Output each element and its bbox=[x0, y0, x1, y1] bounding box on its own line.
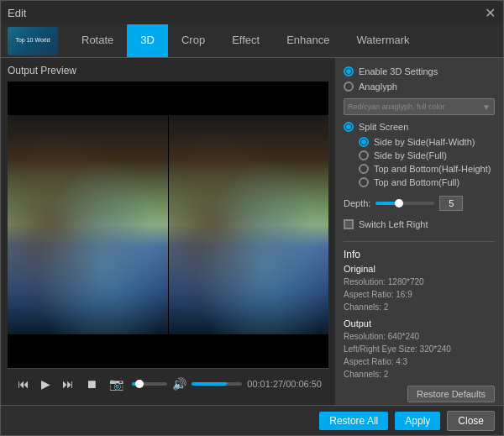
anaglyph-dropdown[interactable]: Red/cyan anaglyph, full color ▼ bbox=[344, 98, 495, 115]
bottom-bar: Restore All Apply Close bbox=[1, 405, 503, 435]
split-screen-radio[interactable] bbox=[344, 122, 354, 132]
play-button[interactable]: ▶ bbox=[38, 376, 54, 392]
tab-enhance[interactable]: Enhance bbox=[273, 24, 343, 57]
output-resolution: Resolution: 640*240 bbox=[344, 330, 495, 343]
tab-rotate[interactable]: Rotate bbox=[68, 24, 127, 57]
tab-bar: Top 10 World Rotate 3D Crop Effect Enhan… bbox=[1, 24, 503, 58]
thumbnail-label: Top 10 World bbox=[15, 37, 50, 44]
switch-lr-checkbox[interactable] bbox=[344, 219, 354, 229]
time-display: 00:01:27/00:06:50 bbox=[247, 379, 322, 389]
side-by-side-full-row[interactable]: Side by Side(Full) bbox=[359, 150, 495, 160]
top-bottom-half-label: Top and Bottom(Half-Height) bbox=[374, 164, 491, 174]
capture-button[interactable]: 📷 bbox=[106, 376, 127, 392]
tab-rotate-label: Rotate bbox=[81, 34, 113, 46]
anaglyph-label: Anaglyph bbox=[359, 81, 397, 92]
video-right-content bbox=[169, 115, 329, 334]
side-by-side-half-radio[interactable] bbox=[359, 137, 369, 147]
video-bottom-black bbox=[8, 334, 328, 368]
tab-effect-label: Effect bbox=[232, 34, 260, 46]
progress-thumb bbox=[135, 380, 144, 388]
video-frame bbox=[8, 81, 328, 368]
video-thumbnail: Top 10 World bbox=[8, 27, 58, 55]
tab-crop-label: Crop bbox=[181, 34, 205, 46]
skip-back-button[interactable]: ⏮ bbox=[14, 376, 33, 392]
depth-value[interactable]: 5 bbox=[439, 196, 463, 211]
video-top-black bbox=[8, 81, 328, 115]
progress-bar[interactable] bbox=[132, 382, 167, 386]
restore-defaults-button[interactable]: Restore Defaults bbox=[407, 386, 495, 402]
original-channels: Channels: 2 bbox=[344, 301, 495, 313]
switch-lr-label: Switch Left Right bbox=[359, 219, 428, 229]
controls-bar: ⏮ ▶ ⏭ ⏹ 📷 🔊 00:01:27/00:06:50 bbox=[8, 368, 328, 398]
top-bottom-full-label: Top and Bottom(Full) bbox=[374, 177, 459, 187]
apply-button[interactable]: Apply bbox=[395, 412, 440, 430]
title-bar: Edit ✕ bbox=[1, 1, 503, 24]
anaglyph-dropdown-row: Red/cyan anaglyph, full color ▼ bbox=[344, 98, 495, 115]
split-screen-row[interactable]: Split Screen bbox=[344, 122, 495, 132]
tab-watermark-label: Watermark bbox=[356, 34, 409, 46]
preview-label: Output Preview bbox=[8, 65, 328, 76]
tab-thumb-wrap: Top 10 World bbox=[8, 24, 68, 57]
window-close-button[interactable]: ✕ bbox=[483, 6, 496, 19]
depth-slider[interactable] bbox=[375, 202, 434, 205]
side-by-side-half-row[interactable]: Side by Side(Half-Width) bbox=[359, 137, 495, 147]
side-by-side-half-label: Side by Side(Half-Width) bbox=[374, 137, 475, 147]
depth-slider-thumb bbox=[395, 199, 403, 207]
anaglyph-row[interactable]: Anaglyph bbox=[344, 81, 495, 92]
window-title: Edit bbox=[8, 7, 26, 19]
restore-all-button[interactable]: Restore All bbox=[319, 412, 388, 430]
volume-fill bbox=[192, 382, 227, 386]
split-screen-options: Side by Side(Half-Width) Side by Side(Fu… bbox=[344, 137, 495, 187]
depth-row: Depth: 5 bbox=[344, 196, 495, 211]
anaglyph-dropdown-value: Red/cyan anaglyph, full color bbox=[348, 102, 445, 111]
depth-label: Depth: bbox=[344, 198, 370, 208]
close-button[interactable]: Close bbox=[447, 411, 495, 431]
anaglyph-radio[interactable] bbox=[344, 81, 354, 92]
edit-window: Edit ✕ Top 10 World Rotate 3D Crop Effec… bbox=[0, 0, 504, 436]
video-middle bbox=[8, 115, 328, 334]
top-bottom-half-row[interactable]: Top and Bottom(Half-Height) bbox=[359, 164, 495, 174]
original-title: Original bbox=[344, 264, 495, 274]
video-right-half bbox=[169, 115, 329, 334]
tab-watermark[interactable]: Watermark bbox=[343, 24, 423, 57]
fast-forward-button[interactable]: ⏭ bbox=[59, 376, 77, 392]
info-title: Info bbox=[344, 249, 495, 260]
output-channels: Channels: 2 bbox=[344, 368, 495, 381]
tab-effect[interactable]: Effect bbox=[218, 24, 273, 57]
thumbnail-image: Top 10 World bbox=[8, 27, 58, 55]
tab-3d[interactable]: 3D bbox=[127, 24, 168, 57]
video-left-half bbox=[8, 115, 169, 334]
enable-3d-radio[interactable] bbox=[344, 66, 354, 76]
side-by-side-full-radio[interactable] bbox=[359, 150, 369, 160]
tab-crop[interactable]: Crop bbox=[168, 24, 218, 57]
info-section: Info Original Resolution: 1280*720 Aspec… bbox=[344, 241, 495, 402]
top-bottom-full-row[interactable]: Top and Bottom(Full) bbox=[359, 177, 495, 187]
main-content: Output Preview ⏮ bbox=[1, 58, 503, 405]
volume-icon: 🔊 bbox=[172, 377, 186, 391]
output-eye-size: Left/Right Eye Size: 320*240 bbox=[344, 343, 495, 355]
volume-bar[interactable] bbox=[192, 382, 242, 386]
split-screen-label: Split Screen bbox=[359, 122, 408, 132]
enable-3d-row[interactable]: Enable 3D Settings bbox=[344, 66, 495, 76]
output-title: Output bbox=[344, 318, 495, 328]
tab-enhance-label: Enhance bbox=[286, 34, 329, 46]
top-bottom-full-radio[interactable] bbox=[359, 177, 369, 187]
video-preview bbox=[8, 81, 328, 368]
stop-button[interactable]: ⏹ bbox=[82, 376, 101, 392]
restore-defaults-wrap: Restore Defaults bbox=[344, 386, 495, 402]
enable-3d-label: Enable 3D Settings bbox=[359, 66, 438, 76]
settings-panel: Enable 3D Settings Anaglyph Red/cyan ana… bbox=[335, 58, 503, 405]
output-aspect: Aspect Ratio: 4:3 bbox=[344, 355, 495, 368]
dropdown-arrow-icon: ▼ bbox=[482, 102, 491, 112]
top-bottom-half-radio[interactable] bbox=[359, 164, 369, 174]
switch-lr-row[interactable]: Switch Left Right bbox=[344, 219, 495, 229]
title-bar-left: Edit bbox=[8, 7, 26, 19]
preview-panel: Output Preview ⏮ bbox=[1, 58, 335, 405]
tab-3d-label: 3D bbox=[140, 34, 155, 46]
video-left-content bbox=[8, 115, 168, 334]
side-by-side-full-label: Side by Side(Full) bbox=[374, 150, 447, 160]
original-aspect: Aspect Ratio: 16:9 bbox=[344, 288, 495, 301]
original-resolution: Resolution: 1280*720 bbox=[344, 276, 495, 288]
